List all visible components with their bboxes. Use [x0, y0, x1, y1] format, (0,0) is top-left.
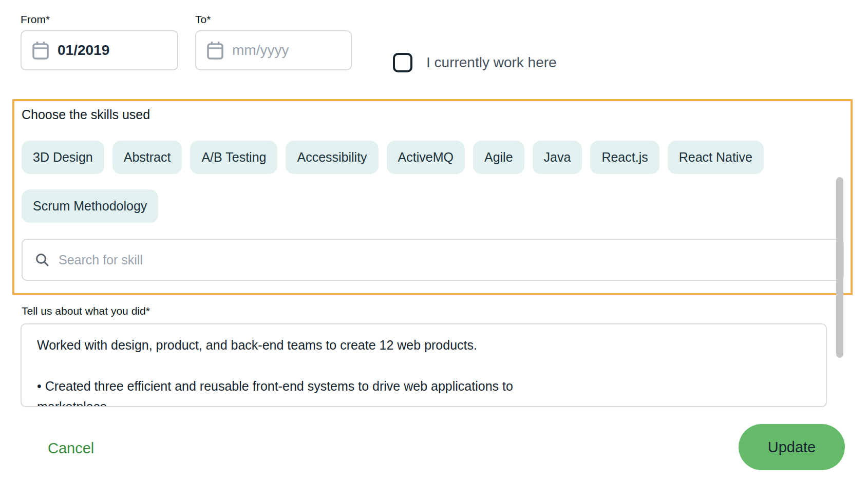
- to-field: To* mm/yyyy: [195, 13, 352, 70]
- search-icon: [35, 253, 49, 267]
- skills-scrollbar-thumb[interactable]: [836, 177, 843, 358]
- skill-chip[interactable]: 3D Design: [22, 141, 104, 174]
- skill-search-input[interactable]: [59, 253, 831, 267]
- currently-work-here-checkbox[interactable]: [393, 53, 412, 72]
- skill-chip[interactable]: React.js: [590, 141, 659, 174]
- skill-chip[interactable]: Accessibility: [286, 141, 378, 174]
- from-label: From*: [21, 13, 178, 26]
- skill-chip[interactable]: ActiveMQ: [387, 141, 465, 174]
- calendar-icon: [32, 41, 49, 60]
- description-textarea[interactable]: Worked with design, product, and back-en…: [21, 323, 827, 407]
- edit-experience-form: From* 01/2019 To* mm/yyyy I current: [0, 0, 868, 500]
- currently-work-here-row: I currently work here: [393, 53, 557, 72]
- to-date-input[interactable]: mm/yyyy: [195, 30, 352, 70]
- to-date-placeholder: mm/yyyy: [232, 42, 289, 59]
- from-date-value: 01/2019: [58, 42, 109, 59]
- description-label: Tell us about what you did*: [22, 305, 150, 317]
- currently-work-here-label: I currently work here: [426, 54, 557, 71]
- calendar-icon: [206, 41, 224, 60]
- skill-chip-list: 3D DesignAbstractA/B TestingAccessibilit…: [22, 141, 823, 223]
- skill-chip[interactable]: Agile: [473, 141, 524, 174]
- skills-title: Choose the skills used: [22, 107, 150, 122]
- skills-panel: Choose the skills used 3D DesignAbstract…: [12, 99, 853, 295]
- update-button[interactable]: Update: [739, 424, 845, 470]
- skill-chip[interactable]: React Native: [668, 141, 764, 174]
- skill-chip[interactable]: Abstract: [112, 141, 182, 174]
- description-line: • Created three efficient and reusable f…: [37, 376, 810, 396]
- skill-chip[interactable]: A/B Testing: [190, 141, 277, 174]
- description-line: Worked with design, product, and back-en…: [37, 335, 810, 355]
- description-line: marketplace: [37, 396, 810, 407]
- from-field: From* 01/2019: [21, 13, 178, 70]
- skill-chip[interactable]: Scrum Methodology: [22, 189, 158, 223]
- description-line: [37, 355, 810, 376]
- skill-chip[interactable]: Java: [533, 141, 582, 174]
- from-date-input[interactable]: 01/2019: [21, 30, 178, 70]
- cancel-button[interactable]: Cancel: [48, 440, 94, 457]
- to-label: To*: [195, 13, 352, 26]
- skill-search-box: [22, 239, 844, 281]
